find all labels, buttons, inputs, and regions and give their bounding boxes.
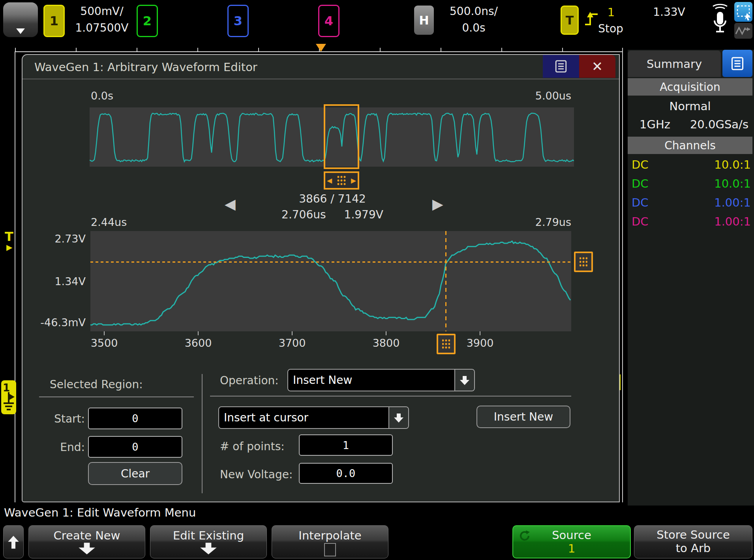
voltage-cursor-handle[interactable] — [574, 252, 593, 272]
end-input[interactable]: 0 — [88, 436, 182, 458]
operation-dropdown[interactable]: Insert New — [287, 369, 475, 391]
drag-dots-icon — [580, 257, 587, 267]
handle-left-arrow-icon: ◀ — [327, 177, 332, 184]
x-axis-tick — [104, 331, 105, 335]
graticule-tick — [441, 48, 441, 51]
waveform-drag-button[interactable] — [734, 23, 752, 39]
x-axis-tick — [198, 331, 199, 335]
knob-down-arrow-icon — [16, 28, 25, 34]
divider — [39, 397, 194, 397]
operation-value: Insert New — [288, 370, 455, 391]
graticule-tick — [380, 48, 381, 51]
svg-text:1: 1 — [3, 382, 10, 394]
ch1-scale: 500mV/ — [70, 5, 133, 18]
voltage-cursor-line[interactable] — [90, 261, 571, 263]
graticule-tick — [137, 48, 137, 51]
channels-header: Channels — [628, 137, 752, 154]
divider — [210, 396, 571, 397]
x-axis-label: 3800 — [360, 337, 412, 349]
touch-select-button[interactable] — [734, 2, 752, 22]
graticule-right-edge — [622, 51, 623, 502]
insert-mode-dropdown[interactable]: Insert at cursor — [218, 406, 409, 429]
channel-2-button[interactable]: 2 — [137, 5, 158, 37]
end-label: End: — [38, 441, 85, 454]
channel-4-button[interactable]: 4 — [318, 5, 339, 37]
microphone-icon[interactable] — [710, 3, 730, 37]
trigger-position-marker[interactable] — [316, 44, 326, 52]
channel-1-button[interactable]: 1 — [43, 5, 65, 37]
dropdown-arrow-icon — [389, 407, 408, 428]
selection-marquee-icon — [734, 2, 752, 22]
points-input[interactable]: 1 — [299, 434, 393, 456]
overview-selection-handle[interactable]: ◀ ▶ — [324, 171, 359, 190]
channel-coupling: DC — [632, 177, 649, 190]
y-axis-label-bottom: -46.3mV — [34, 316, 86, 329]
graticule-tick — [501, 48, 502, 51]
clear-button[interactable]: Clear — [88, 462, 182, 485]
waveform-zoom-view[interactable] — [90, 231, 571, 331]
insert-mode-value: Insert at cursor — [219, 407, 389, 428]
channel-probe: 1.00:1 — [714, 196, 751, 209]
interpolate-checkbox[interactable] — [324, 543, 336, 556]
new-voltage-input[interactable]: 0.0 — [299, 463, 393, 484]
entry-knob-button[interactable] — [3, 2, 38, 37]
timebase-scale: 500.0ns/ — [438, 5, 509, 18]
start-input[interactable]: 0 — [88, 408, 182, 429]
selected-region-heading: Selected Region: — [50, 378, 143, 391]
graticule-tick — [197, 48, 198, 51]
sidebar-menu-button[interactable] — [722, 50, 752, 77]
graticule-tick — [562, 48, 563, 51]
trigger-level-arrow-icon: ▶ — [6, 242, 12, 252]
dialog-menu-button[interactable] — [543, 55, 579, 78]
trigger-button[interactable]: T — [561, 6, 579, 35]
previous-point-button[interactable]: ◀ — [225, 195, 236, 213]
timebase-delay: 0.0s — [438, 21, 509, 34]
close-icon: ✕ — [592, 58, 603, 74]
next-point-button[interactable]: ▶ — [432, 195, 443, 213]
trigger-level: 1.33V — [643, 6, 695, 19]
points-label: # of points: — [220, 440, 285, 453]
graticule-tick — [622, 48, 623, 51]
edit-existing-label: Edit Existing — [150, 529, 266, 542]
channel-row: DC 1.00:1 — [632, 196, 754, 209]
channel-probe: 10.0:1 — [714, 158, 751, 171]
dialog-titlebar: WaveGen 1: Arbitrary Waveform Editor ✕ — [23, 55, 619, 79]
acquisition-header: Acquisition — [628, 78, 752, 96]
trigger-label: T — [566, 13, 574, 27]
channel-1-ground-marker[interactable]: 1 — [1, 380, 16, 414]
zoom-waveform-trace — [90, 231, 571, 331]
x-axis-label: 3500 — [79, 337, 130, 349]
menu-back-button[interactable] — [3, 525, 24, 558]
bandwidth: 1GHz — [640, 118, 687, 131]
channel-4-label: 4 — [324, 13, 333, 28]
softkey-source[interactable]: Source 1 — [512, 525, 631, 558]
trigger-level-marker[interactable]: T — [5, 229, 13, 244]
acquisition-mode: Normal — [628, 100, 752, 113]
x-axis-label: 3700 — [266, 337, 318, 349]
operation-label: Operation: — [220, 374, 279, 387]
horizontal-button[interactable]: H — [414, 6, 434, 35]
softkey-interpolate[interactable]: Interpolate — [272, 525, 388, 558]
overview-selection-box[interactable] — [324, 104, 359, 169]
softkey-menu-title: WaveGen 1: Edit Waveform Menu — [0, 506, 754, 522]
softkey-create-new[interactable]: Create New — [28, 525, 145, 558]
horizontal-label: H — [419, 13, 429, 27]
y-axis-label-mid: 1.34V — [34, 275, 86, 288]
dropdown-arrow-icon — [455, 370, 474, 391]
dialog-close-button[interactable]: ✕ — [579, 55, 615, 78]
sample-cursor-handle[interactable] — [437, 334, 456, 354]
sample-rate: 20.0GSa/s — [683, 118, 748, 131]
softkey-store-source[interactable]: Store Source to Arb — [634, 525, 752, 558]
wavegen-arbitrary-waveform-editor-dialog: WaveGen 1: Arbitrary Waveform Editor ✕ 0… — [22, 54, 620, 502]
menu-icon — [730, 56, 745, 71]
overview-start-time: 0.0s — [91, 90, 113, 102]
softkey-edit-existing[interactable]: Edit Existing — [150, 525, 267, 558]
channel-3-button[interactable]: 3 — [227, 5, 249, 37]
tab-summary[interactable]: Summary — [628, 51, 721, 77]
create-new-label: Create New — [29, 529, 145, 542]
insert-new-button[interactable]: Insert New — [476, 406, 570, 428]
dialog-title: WaveGen 1: Arbitrary Waveform Editor — [34, 60, 257, 74]
x-axis-tick — [480, 331, 480, 335]
sample-cursor-line[interactable] — [445, 231, 446, 331]
overview-end-time: 5.00us — [492, 90, 571, 102]
